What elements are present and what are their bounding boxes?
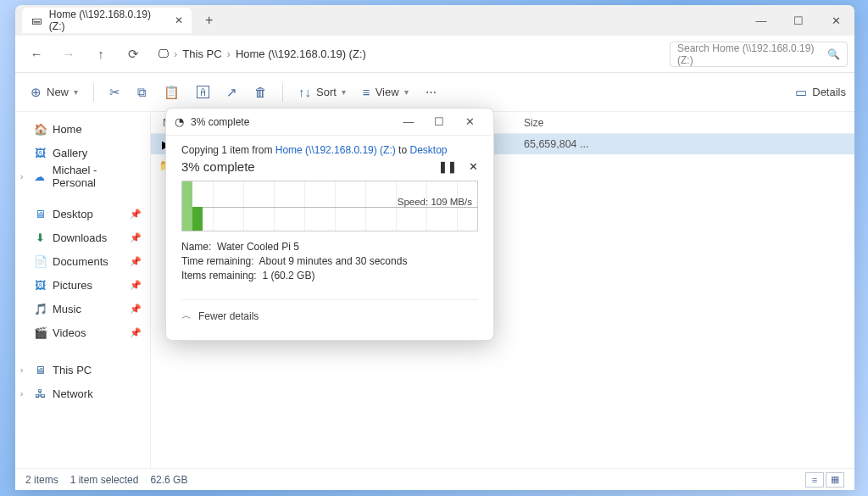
search-input[interactable]: Search Home (\\192.168.0.19) (Z:) 🔍 xyxy=(670,42,848,67)
cut-button[interactable]: ✂ xyxy=(103,79,127,106)
chevron-down-icon: ▾ xyxy=(74,87,78,97)
sidebar-item-documents[interactable]: 📄Documents📌 xyxy=(15,249,150,273)
view-button[interactable]: ≡View▾ xyxy=(356,79,415,106)
tab-title: Home (\\192.168.0.19) (Z:) xyxy=(49,8,168,32)
sidebar-item-network[interactable]: ›🖧Network xyxy=(15,382,150,405)
breadcrumb-thispc[interactable]: This PC xyxy=(182,47,221,60)
forward-button[interactable]: → xyxy=(54,40,83,69)
navigation-bar: ← → ↑ ⟳ 🖵 › This PC › Home (\\192.168.0.… xyxy=(15,36,854,73)
delete-button[interactable]: 🗑 xyxy=(248,79,274,106)
cloud-icon: ☁ xyxy=(34,170,46,183)
dialog-body: Copying 1 item from Home (\\192.168.0.19… xyxy=(166,136,493,340)
add-tab-button[interactable]: + xyxy=(198,13,220,28)
status-item-count: 2 items xyxy=(25,474,58,486)
sidebar-item-videos[interactable]: 🎬Videos📌 xyxy=(15,320,150,344)
plus-circle-icon: ⊕ xyxy=(31,85,42,100)
progress-percent: 3% complete xyxy=(181,159,255,174)
trash-icon: 🗑 xyxy=(254,85,267,99)
cancel-button[interactable]: ✕ xyxy=(469,160,478,173)
rename-button[interactable]: 🄰 xyxy=(190,79,216,106)
column-size[interactable]: Size xyxy=(524,117,626,129)
sidebar-item-gallery[interactable]: 🖼Gallery xyxy=(15,141,150,164)
breadcrumb-current[interactable]: Home (\\192.168.0.19) (Z:) xyxy=(236,47,366,60)
dialog-titlebar[interactable]: ◔ 3% complete — ☐ ✕ xyxy=(166,109,493,136)
drive-icon: 🖴 xyxy=(31,14,42,26)
dialog-maximize-button[interactable]: ☐ xyxy=(424,115,454,128)
copy-icon: ⧉ xyxy=(137,85,147,100)
details-pane-button[interactable]: ▭Details xyxy=(795,85,846,100)
network-icon: 🖧 xyxy=(34,387,46,400)
up-button[interactable]: ↑ xyxy=(86,40,115,69)
minimize-button[interactable]: — xyxy=(743,5,780,36)
share-icon: ↗ xyxy=(226,85,237,100)
copy-button[interactable]: ⧉ xyxy=(131,79,153,106)
speed-label: Speed: 109 MB/s xyxy=(398,197,472,207)
chevron-right-icon: › xyxy=(20,389,23,398)
more-icon: ⋯ xyxy=(426,86,437,98)
back-button[interactable]: ← xyxy=(22,40,51,69)
icons-view-button[interactable]: ▦ xyxy=(826,472,844,488)
status-bar: 2 items 1 item selected 62.6 GB ≡ ▦ xyxy=(15,468,854,490)
detail-time: About 9 minutes and 30 seconds xyxy=(259,255,408,267)
chevron-right-icon: › xyxy=(20,365,23,375)
dialog-close-button[interactable]: ✕ xyxy=(454,115,485,128)
fewer-details-toggle[interactable]: ︿ Fewer details xyxy=(181,299,478,328)
sidebar-item-downloads[interactable]: ⬇Downloads📌 xyxy=(15,226,150,249)
refresh-button[interactable]: ⟳ xyxy=(119,40,147,69)
close-button[interactable]: ✕ xyxy=(817,5,854,36)
details-view-button[interactable]: ≡ xyxy=(805,472,824,488)
transfer-details: Name: Water Cooled Pi 5 Time remaining: … xyxy=(181,240,478,282)
chevron-down-icon: ▾ xyxy=(342,87,346,97)
sidebar-item-thispc[interactable]: ›🖥This PC xyxy=(15,358,150,382)
window-controls: — ☐ ✕ xyxy=(743,5,854,36)
view-mode-buttons: ≡ ▦ xyxy=(805,472,844,488)
download-icon: ⬇ xyxy=(34,231,46,244)
desktop-icon: 🖥 xyxy=(34,208,46,220)
tab-bar: 🖴 Home (\\192.168.0.19) (Z:) ✕ + — ☐ ✕ xyxy=(15,5,854,36)
detail-name: Water Cooled Pi 5 xyxy=(217,241,299,253)
close-tab-icon[interactable]: ✕ xyxy=(175,14,183,26)
pause-button[interactable]: ❚❚ xyxy=(438,160,457,173)
speed-graph: Speed: 109 MB/s xyxy=(181,181,478,231)
navigation-sidebar: 🏠Home 🖼Gallery ›☁Michael - Personal 🖥Des… xyxy=(15,112,151,468)
gallery-icon: 🖼 xyxy=(34,147,46,159)
chevron-down-icon: ▾ xyxy=(404,87,409,97)
sort-button[interactable]: ↑↓Sort▾ xyxy=(292,79,353,106)
paste-button[interactable]: 📋 xyxy=(157,79,186,106)
progress-clock-icon: ◔ xyxy=(175,115,184,128)
sidebar-item-onedrive[interactable]: ›☁Michael - Personal xyxy=(15,164,150,188)
file-size: 65,659,804 ... xyxy=(524,138,626,150)
pin-icon: 📌 xyxy=(130,327,142,338)
sidebar-item-pictures[interactable]: 🖼Pictures📌 xyxy=(15,273,150,297)
sidebar-item-music[interactable]: 🎵Music📌 xyxy=(15,297,150,320)
details-icon: ▭ xyxy=(795,85,807,100)
search-icon: 🔍 xyxy=(827,48,840,60)
pictures-icon: 🖼 xyxy=(34,279,46,292)
breadcrumb[interactable]: 🖵 › This PC › Home (\\192.168.0.19) (Z:) xyxy=(151,42,666,67)
status-selected: 1 item selected xyxy=(70,474,139,486)
separator xyxy=(282,83,283,102)
new-button[interactable]: ⊕New▾ xyxy=(24,79,85,106)
rename-icon: 🄰 xyxy=(197,85,209,99)
separator xyxy=(93,83,94,102)
pin-icon: 📌 xyxy=(130,304,142,315)
dialog-minimize-button[interactable]: — xyxy=(393,115,424,128)
sidebar-item-home[interactable]: 🏠Home xyxy=(15,117,150,141)
sidebar-item-desktop[interactable]: 🖥Desktop📌 xyxy=(15,202,150,226)
more-button[interactable]: ⋯ xyxy=(419,79,443,106)
destination-link[interactable]: Desktop xyxy=(409,144,447,156)
document-icon: 📄 xyxy=(34,255,46,268)
dialog-title: 3% complete xyxy=(191,116,249,128)
maximize-button[interactable]: ☐ xyxy=(780,5,817,36)
pc-icon: 🖥 xyxy=(34,364,46,376)
chevron-up-icon: ︿ xyxy=(181,309,192,323)
source-link[interactable]: Home (\\192.168.0.19) (Z:) xyxy=(275,144,396,156)
tab-home-network[interactable]: 🖴 Home (\\192.168.0.19) (Z:) ✕ xyxy=(22,8,192,33)
music-icon: 🎵 xyxy=(34,303,46,315)
paste-icon: 📋 xyxy=(164,85,180,100)
scissors-icon: ✂ xyxy=(109,85,120,100)
sort-icon: ↑↓ xyxy=(298,85,311,99)
share-button[interactable]: ↗ xyxy=(220,79,244,106)
chevron-right-icon: › xyxy=(20,172,23,181)
copy-progress-dialog: ◔ 3% complete — ☐ ✕ Copying 1 item from … xyxy=(165,108,494,341)
